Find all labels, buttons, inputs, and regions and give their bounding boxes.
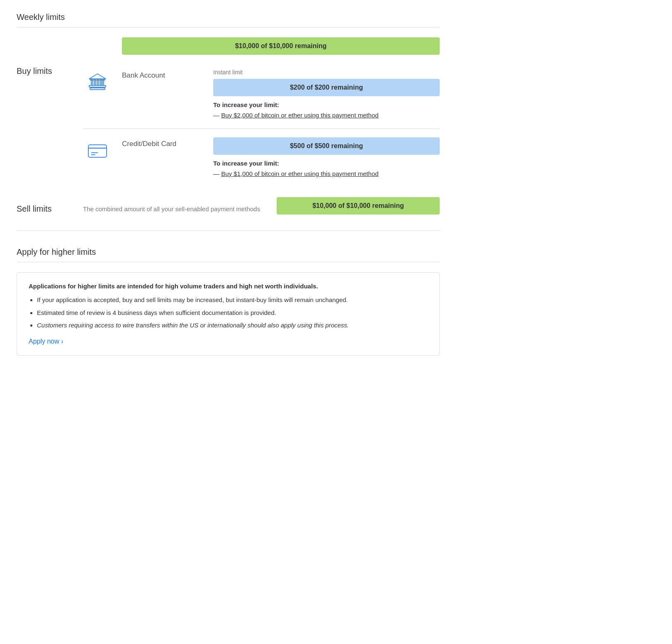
credit-card-row: Credit/Debit Card $500 of $500 remaining… [83, 129, 440, 187]
bank-account-limits: Instant limit $200 of $200 remaining To … [213, 69, 440, 120]
svg-rect-6 [102, 80, 104, 85]
bank-instant-bar: $200 of $200 remaining [213, 79, 440, 96]
buy-methods-container: Bank Account Instant limit $200 of $200 … [83, 61, 440, 187]
sell-limits-label: Sell limits [17, 204, 83, 214]
credit-card-limits: $500 of $500 remaining To increase your … [213, 137, 440, 179]
apply-section: Apply for higher limits Applications for… [17, 247, 440, 356]
apply-box: Applications for higher limits are inten… [17, 272, 440, 356]
svg-rect-0 [90, 88, 105, 90]
sell-limits-description: The combined amount of all your sell-ena… [83, 205, 260, 213]
svg-rect-9 [88, 145, 107, 157]
apply-bullets: If your application is accepted, buy and… [29, 295, 428, 330]
apply-now-link[interactable]: Apply now › [29, 338, 63, 345]
weekly-limits-divider [17, 27, 440, 27]
apply-bullet-3-text: Customers requiring access to wire trans… [37, 322, 349, 329]
svg-rect-3 [94, 80, 95, 85]
apply-section-title: Apply for higher limits [17, 247, 440, 257]
svg-marker-8 [89, 74, 106, 79]
credit-card-name: Credit/Debit Card [122, 137, 197, 148]
overall-limit-wrapper: $10,000 of $10,000 remaining [17, 37, 440, 61]
svg-rect-5 [100, 80, 101, 85]
weekly-limits-title: Weekly limits [17, 12, 440, 22]
bank-account-row: Bank Account Instant limit $200 of $200 … [83, 61, 440, 129]
sell-limit-bar-container: $10,000 of $10,000 remaining [277, 197, 440, 220]
weekly-limits-section: Weekly limits [17, 12, 440, 27]
apply-box-title: Applications for higher limits are inten… [29, 283, 428, 290]
apply-section-divider [17, 262, 440, 262]
credit-card-increase-link: — Buy $1,000 of bitcoin or ether using t… [213, 170, 440, 177]
sell-limits-section: Sell limits The combined amount of all y… [17, 187, 440, 231]
overall-limit-content: $10,000 of $10,000 remaining [83, 37, 440, 61]
bank-account-name: Bank Account [122, 69, 197, 80]
bank-increase-link: — Buy $2,000 of bitcoin or ether using t… [213, 112, 440, 119]
apply-bullet-3: Customers requiring access to wire trans… [37, 321, 428, 330]
apply-bullet-2: Estimated time of review is 4 business d… [37, 308, 428, 318]
apply-bullet-1: If your application is accepted, buy and… [37, 295, 428, 305]
card-icon [83, 139, 112, 162]
buy-limits-section: Buy limits [17, 61, 440, 187]
credit-card-increase-label: To increase your limit: [213, 160, 440, 167]
credit-card-increase-anchor[interactable]: Buy $1,000 of bitcoin or ether using thi… [221, 170, 378, 177]
credit-card-bar: $500 of $500 remaining [213, 137, 440, 155]
bank-icon [83, 71, 112, 94]
svg-rect-4 [97, 80, 98, 85]
overall-limit-bar: $10,000 of $10,000 remaining [122, 37, 440, 55]
sell-limit-bar: $10,000 of $10,000 remaining [277, 197, 440, 215]
buy-limits-label: Buy limits [17, 61, 83, 76]
svg-rect-2 [91, 80, 93, 85]
bank-increase-anchor[interactable]: Buy $2,000 of bitcoin or ether using thi… [221, 112, 378, 119]
overall-limit-spacer [17, 37, 83, 61]
bank-increase-label: To increase your limit: [213, 101, 440, 108]
bank-instant-label: Instant limit [213, 69, 440, 76]
